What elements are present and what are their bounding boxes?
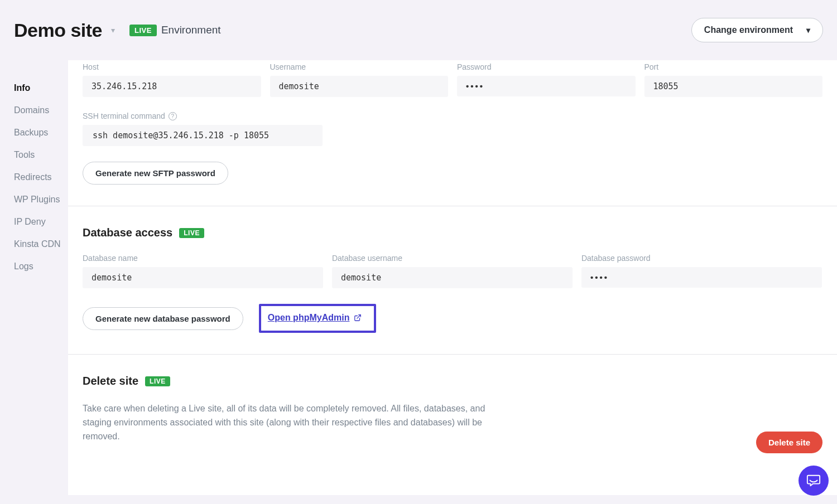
sidebar: Info Domains Backups Tools Redirects WP … [0, 60, 68, 278]
host-value[interactable]: 35.246.15.218 [83, 76, 261, 97]
environment-label: Environment [161, 24, 221, 36]
delete-site-button[interactable]: Delete site [756, 432, 822, 453]
username-value[interactable]: demosite [270, 76, 449, 97]
svg-line-0 [357, 315, 360, 318]
sidebar-item-tools[interactable]: Tools [0, 144, 68, 166]
password-value[interactable]: •••• [457, 76, 636, 96]
delete-warning-text: Take care when deleting a Live site, all… [83, 402, 507, 443]
change-environment-button[interactable]: Change environment ▾ [691, 18, 823, 42]
db-password-value[interactable]: •••• [581, 267, 822, 288]
db-password-label: Database password [581, 254, 822, 263]
intercom-launcher[interactable] [798, 466, 829, 496]
help-icon[interactable]: ? [169, 112, 177, 120]
site-switcher-chevron-icon[interactable]: ▾ [111, 26, 115, 35]
db-name-value[interactable]: demosite [83, 267, 323, 288]
db-username-value[interactable]: demosite [332, 267, 573, 288]
db-name-label: Database name [83, 254, 323, 263]
username-label: Username [270, 62, 449, 71]
sidebar-item-redirects[interactable]: Redirects [0, 166, 68, 188]
db-title: Database access [83, 226, 172, 239]
port-label: Port [644, 62, 823, 71]
delete-site-section: Delete site LIVE Take care when deleting… [68, 355, 837, 480]
sidebar-item-logs[interactable]: Logs [0, 255, 68, 278]
site-title: Demo site [14, 20, 102, 41]
host-label: Host [83, 62, 261, 71]
sidebar-item-wp-plugins[interactable]: WP Plugins [0, 188, 68, 211]
generate-sftp-password-button[interactable]: Generate new SFTP password [83, 162, 228, 185]
db-username-label: Database username [332, 254, 573, 263]
sidebar-item-domains[interactable]: Domains [0, 99, 68, 122]
sidebar-item-kinsta-cdn[interactable]: Kinsta CDN [0, 233, 68, 255]
open-phpmyadmin-highlight: Open phpMyAdmin [259, 304, 377, 333]
header-live-badge: LIVE [129, 25, 157, 36]
sftp-section: SFTP/SSH LIVE Host 35.246.15.218 Usernam… [68, 60, 837, 206]
delete-title: Delete site [83, 375, 138, 387]
sidebar-item-backups[interactable]: Backups [0, 122, 68, 144]
open-phpmyadmin-link[interactable]: Open phpMyAdmin [268, 313, 362, 323]
sidebar-item-ip-deny[interactable]: IP Deny [0, 211, 68, 233]
delete-live-badge: LIVE [145, 376, 170, 386]
port-value[interactable]: 18055 [644, 76, 823, 97]
sidebar-item-info[interactable]: Info [0, 77, 68, 99]
ssh-command-value[interactable]: ssh demosite@35.246.15.218 -p 18055 [83, 125, 323, 146]
password-label: Password [457, 62, 636, 71]
open-phpmyadmin-label: Open phpMyAdmin [268, 313, 350, 323]
chat-icon [806, 473, 821, 488]
ssh-command-label: SSH terminal command [83, 112, 165, 120]
chevron-down-icon: ▾ [806, 26, 810, 35]
external-link-icon [354, 314, 362, 322]
database-section: Database access LIVE Database name demos… [68, 206, 837, 355]
generate-db-password-button[interactable]: Generate new database password [83, 307, 243, 330]
change-environment-label: Change environment [704, 25, 793, 35]
main-panel: SFTP/SSH LIVE Host 35.246.15.218 Usernam… [68, 60, 837, 495]
db-live-badge: LIVE [179, 228, 204, 238]
